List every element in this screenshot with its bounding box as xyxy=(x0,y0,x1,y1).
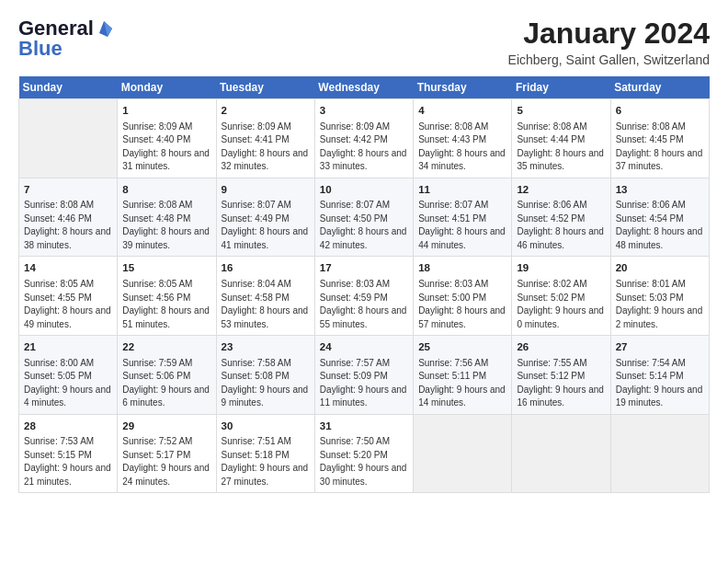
day-info: Sunrise: 8:08 AMSunset: 4:43 PMDaylight:… xyxy=(418,121,506,174)
day-number: 21 xyxy=(24,339,112,355)
calendar-cell: 23Sunrise: 7:58 AMSunset: 5:08 PMDayligh… xyxy=(216,336,314,415)
header: General Blue January 2024 Eichberg, Sain… xyxy=(18,17,710,67)
day-number: 27 xyxy=(616,339,704,355)
day-info: Sunrise: 7:56 AMSunset: 5:11 PMDaylight:… xyxy=(418,357,506,410)
header-day-saturday: Saturday xyxy=(610,76,709,99)
day-info: Sunrise: 8:07 AMSunset: 4:50 PMDaylight:… xyxy=(320,199,408,252)
calendar-cell: 22Sunrise: 7:59 AMSunset: 5:06 PMDayligh… xyxy=(118,336,216,415)
day-number: 31 xyxy=(320,419,408,434)
day-number: 30 xyxy=(222,419,310,434)
calendar-cell: 27Sunrise: 7:54 AMSunset: 5:14 PMDayligh… xyxy=(610,336,709,415)
month-title: January 2024 xyxy=(508,17,710,51)
day-number: 12 xyxy=(517,182,605,198)
day-info: Sunrise: 8:09 AMSunset: 4:41 PMDaylight:… xyxy=(222,121,310,174)
header-day-wednesday: Wednesday xyxy=(314,76,413,99)
calendar-cell xyxy=(610,414,709,493)
calendar-cell: 25Sunrise: 7:56 AMSunset: 5:11 PMDayligh… xyxy=(414,336,512,415)
calendar-cell: 2Sunrise: 8:09 AMSunset: 4:41 PMDaylight… xyxy=(216,99,314,178)
day-number: 15 xyxy=(122,260,210,276)
day-info: Sunrise: 7:59 AMSunset: 5:06 PMDaylight:… xyxy=(122,357,210,410)
day-number: 23 xyxy=(222,339,310,355)
calendar-cell: 7Sunrise: 8:08 AMSunset: 4:46 PMDaylight… xyxy=(19,178,118,257)
calendar-cell: 30Sunrise: 7:51 AMSunset: 5:18 PMDayligh… xyxy=(216,414,314,493)
day-info: Sunrise: 8:02 AMSunset: 5:02 PMDaylight:… xyxy=(517,278,605,331)
day-info: Sunrise: 8:05 AMSunset: 4:55 PMDaylight:… xyxy=(24,278,112,331)
calendar-cell: 14Sunrise: 8:05 AMSunset: 4:55 PMDayligh… xyxy=(19,257,118,336)
day-number: 16 xyxy=(222,260,310,276)
header-day-thursday: Thursday xyxy=(414,76,512,99)
day-info: Sunrise: 8:06 AMSunset: 4:54 PMDaylight:… xyxy=(616,199,704,252)
calendar-cell: 21Sunrise: 8:00 AMSunset: 5:05 PMDayligh… xyxy=(19,336,118,415)
header-day-monday: Monday xyxy=(118,76,216,99)
day-number: 8 xyxy=(122,182,210,198)
calendar-header-row: SundayMondayTuesdayWednesdayThursdayFrid… xyxy=(19,76,710,99)
day-number: 13 xyxy=(616,182,704,198)
calendar-cell: 4Sunrise: 8:08 AMSunset: 4:43 PMDaylight… xyxy=(414,99,512,178)
day-number: 2 xyxy=(222,103,310,119)
day-info: Sunrise: 7:54 AMSunset: 5:14 PMDaylight:… xyxy=(616,357,704,410)
logo-blue: Blue xyxy=(18,37,63,61)
day-info: Sunrise: 8:03 AMSunset: 5:00 PMDaylight:… xyxy=(418,278,506,331)
calendar-cell: 15Sunrise: 8:05 AMSunset: 4:56 PMDayligh… xyxy=(118,257,216,336)
calendar-week-row: 7Sunrise: 8:08 AMSunset: 4:46 PMDaylight… xyxy=(19,178,710,257)
day-number: 24 xyxy=(320,339,408,355)
day-number: 17 xyxy=(320,260,408,276)
calendar-cell: 13Sunrise: 8:06 AMSunset: 4:54 PMDayligh… xyxy=(610,178,709,257)
day-number: 7 xyxy=(24,182,112,198)
day-info: Sunrise: 8:08 AMSunset: 4:48 PMDaylight:… xyxy=(122,199,210,252)
day-number: 4 xyxy=(418,103,506,119)
calendar-cell: 10Sunrise: 8:07 AMSunset: 4:50 PMDayligh… xyxy=(314,178,413,257)
calendar-cell: 11Sunrise: 8:07 AMSunset: 4:51 PMDayligh… xyxy=(414,178,512,257)
calendar-cell: 19Sunrise: 8:02 AMSunset: 5:02 PMDayligh… xyxy=(512,257,610,336)
calendar-cell: 16Sunrise: 8:04 AMSunset: 4:58 PMDayligh… xyxy=(216,257,314,336)
calendar-cell: 8Sunrise: 8:08 AMSunset: 4:48 PMDaylight… xyxy=(118,178,216,257)
calendar-cell: 24Sunrise: 7:57 AMSunset: 5:09 PMDayligh… xyxy=(314,336,413,415)
calendar-cell: 9Sunrise: 8:07 AMSunset: 4:49 PMDaylight… xyxy=(216,178,314,257)
day-info: Sunrise: 7:52 AMSunset: 5:17 PMDaylight:… xyxy=(122,435,210,488)
header-day-friday: Friday xyxy=(512,76,610,99)
day-info: Sunrise: 8:09 AMSunset: 4:40 PMDaylight:… xyxy=(122,121,210,174)
calendar-week-row: 21Sunrise: 8:00 AMSunset: 5:05 PMDayligh… xyxy=(19,336,710,415)
logo-bird-icon xyxy=(96,20,112,37)
day-number: 3 xyxy=(320,103,408,119)
calendar-cell: 1Sunrise: 8:09 AMSunset: 4:40 PMDaylight… xyxy=(118,99,216,178)
day-info: Sunrise: 8:09 AMSunset: 4:42 PMDaylight:… xyxy=(320,121,408,174)
day-info: Sunrise: 8:01 AMSunset: 5:03 PMDaylight:… xyxy=(616,278,704,331)
day-number: 6 xyxy=(616,103,704,119)
calendar-cell: 12Sunrise: 8:06 AMSunset: 4:52 PMDayligh… xyxy=(512,178,610,257)
calendar-cell: 31Sunrise: 7:50 AMSunset: 5:20 PMDayligh… xyxy=(314,414,413,493)
day-number: 5 xyxy=(517,103,605,119)
day-info: Sunrise: 7:50 AMSunset: 5:20 PMDaylight:… xyxy=(320,435,408,488)
day-info: Sunrise: 8:03 AMSunset: 4:59 PMDaylight:… xyxy=(320,278,408,331)
day-number: 25 xyxy=(418,339,506,355)
day-number: 28 xyxy=(24,419,112,434)
day-info: Sunrise: 7:55 AMSunset: 5:12 PMDaylight:… xyxy=(517,357,605,410)
day-number: 11 xyxy=(418,182,506,198)
day-info: Sunrise: 8:08 AMSunset: 4:45 PMDaylight:… xyxy=(616,121,704,174)
header-day-sunday: Sunday xyxy=(19,76,118,99)
calendar-week-row: 28Sunrise: 7:53 AMSunset: 5:15 PMDayligh… xyxy=(19,414,710,493)
logo: General Blue xyxy=(18,17,112,61)
calendar-cell: 20Sunrise: 8:01 AMSunset: 5:03 PMDayligh… xyxy=(610,257,709,336)
calendar-cell xyxy=(414,414,512,493)
day-info: Sunrise: 8:05 AMSunset: 4:56 PMDaylight:… xyxy=(122,278,210,331)
day-number: 26 xyxy=(517,339,605,355)
day-info: Sunrise: 8:06 AMSunset: 4:52 PMDaylight:… xyxy=(517,199,605,252)
calendar-cell: 28Sunrise: 7:53 AMSunset: 5:15 PMDayligh… xyxy=(19,414,118,493)
day-info: Sunrise: 8:04 AMSunset: 4:58 PMDaylight:… xyxy=(222,278,310,331)
day-number: 18 xyxy=(418,260,506,276)
day-number: 29 xyxy=(122,419,210,434)
calendar-cell: 5Sunrise: 8:08 AMSunset: 4:44 PMDaylight… xyxy=(512,99,610,178)
calendar-cell: 26Sunrise: 7:55 AMSunset: 5:12 PMDayligh… xyxy=(512,336,610,415)
day-info: Sunrise: 7:53 AMSunset: 5:15 PMDaylight:… xyxy=(24,435,112,488)
calendar-cell xyxy=(19,99,118,178)
location: Eichberg, Saint Gallen, Switzerland xyxy=(508,52,710,67)
header-day-tuesday: Tuesday xyxy=(216,76,314,99)
day-info: Sunrise: 8:07 AMSunset: 4:51 PMDaylight:… xyxy=(418,199,506,252)
calendar-cell xyxy=(512,414,610,493)
day-number: 1 xyxy=(122,103,210,119)
day-info: Sunrise: 7:57 AMSunset: 5:09 PMDaylight:… xyxy=(320,357,408,410)
day-number: 9 xyxy=(222,182,310,198)
calendar-week-row: 1Sunrise: 8:09 AMSunset: 4:40 PMDaylight… xyxy=(19,99,710,178)
calendar-page: General Blue January 2024 Eichberg, Sain… xyxy=(0,0,728,563)
